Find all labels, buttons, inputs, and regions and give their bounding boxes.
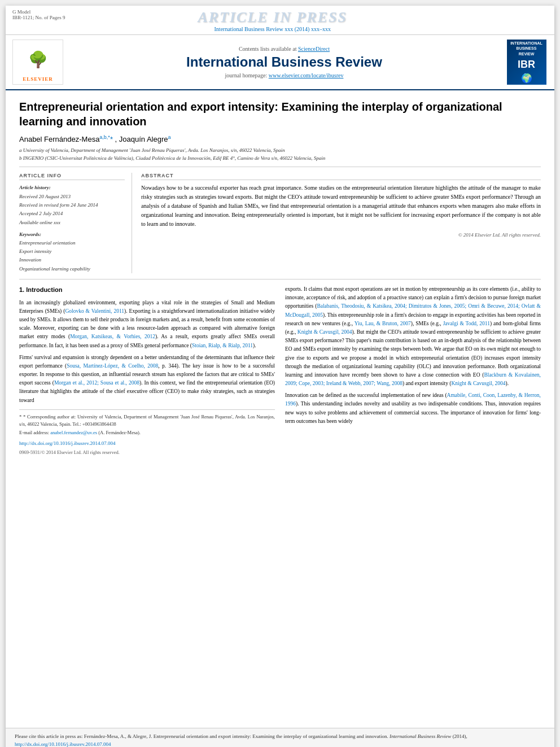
sciencedirect-link[interactable]: ScienceDirect <box>298 46 330 52</box>
accepted-date: Accepted 2 July 2014 <box>19 209 125 218</box>
ref-golovko[interactable]: Golovko & Valentini, 2011 <box>65 308 124 314</box>
kw2: Export intensity <box>19 247 125 256</box>
abstract-copyright: © 2014 Elsevier Ltd. All rights reserved… <box>141 232 541 238</box>
article-info-label: ARTICLE INFO <box>19 173 125 180</box>
doi-link[interactable]: http://dx.doi.org/10.1016/j.ibusrev.2014… <box>19 440 116 446</box>
body-col2-p2: Innovation can be defined as the success… <box>285 391 541 426</box>
ref-knight2[interactable]: Knight & Cavusgil, 2004 <box>451 381 505 386</box>
keywords-list: Entrepreneurial orientation Export inten… <box>19 239 125 273</box>
article-info-col: ARTICLE INFO Article history: Received 2… <box>19 173 132 273</box>
section1-heading: 1. Introduction <box>19 285 275 295</box>
journal-header: 🌳 ELSEVIER Contents lists available at S… <box>6 35 554 90</box>
ref-knight[interactable]: Knight & Cavusgil, 2004 <box>298 329 352 335</box>
ref-sousa[interactable]: Sousa, Martínez-López, & Coelho, 2008 <box>67 363 158 369</box>
ibr-globe-icon: 🌍 <box>521 73 532 84</box>
citation-text: Please cite this article in press as: Fe… <box>15 733 467 739</box>
ref-yiu[interactable]: Yiu, Lau, & Bruton, 2007 <box>355 321 411 326</box>
journal-issue-link[interactable]: International Business Review xxx (2014)… <box>215 26 331 32</box>
model-info: G Model IBR-1121; No. of Pages 9 <box>12 9 65 20</box>
elsevier-logo: 🌳 ELSEVIER <box>12 40 63 85</box>
elsevier-text: ELSEVIER <box>23 76 53 82</box>
author2-sup: a <box>168 134 171 140</box>
ref-stoian[interactable]: Stoian, Rialp, & Rialp, 2011 <box>192 343 253 348</box>
ref-javalgi[interactable]: Javalgi & Todd, 2011 <box>443 321 490 326</box>
footnotes: * * Corresponding author at: University … <box>19 409 275 456</box>
footnote-email-link[interactable]: anabel.fernandez@uv.es <box>50 430 97 435</box>
footnote-star-symbol: * <box>19 414 23 420</box>
elsevier-tree-icon: 🌳 <box>28 50 48 69</box>
abstract-col: ABSTRACT Nowadays how to be a successful… <box>141 173 541 273</box>
top-bar: G Model IBR-1121; No. of Pages 9 ARTICLE… <box>6 6 554 35</box>
keywords-label: Keywords: <box>19 231 125 237</box>
kw1: Entrepreneurial orientation <box>19 239 125 247</box>
article-in-press-label: ARTICLE IN PRESS <box>65 9 480 26</box>
abstract-text: Nowadays how to be a successful exporter… <box>141 184 541 229</box>
available-date: Available online xxx <box>19 219 125 227</box>
body-col-left: 1. Introduction In an increasingly globa… <box>19 285 275 456</box>
author2-name: , Joaquín Alegre <box>115 135 168 143</box>
journal-homepage: journal homepage: www.elsevier.com/locat… <box>225 72 344 78</box>
doi-line: http://dx.doi.org/10.1016/j.ibusrev.2014… <box>19 440 275 448</box>
body-col1-p2: Firms' survival and expansion is strongl… <box>19 353 275 405</box>
info-abstract-row: ARTICLE INFO Article history: Received 2… <box>19 173 541 273</box>
ibr-logo-text: INTERNATIONAL BUSINESS REVIEW <box>510 41 542 56</box>
journal-title-block: Contents lists available at ScienceDirec… <box>69 40 500 85</box>
footnote-email: E-mail address: anabel.fernandez@uv.es (… <box>19 429 275 436</box>
citation-bar: Please cite this article in press as: Fe… <box>6 728 554 747</box>
doi-copyright: 0969-5931/© 2014 Elsevier Ltd. All right… <box>19 449 275 456</box>
affil2: b INGENIO (CSIC-Universitat Politècnica … <box>19 155 541 163</box>
citation-doi-link[interactable]: http://dx.doi.org/10.1016/j.ibusrev.2014… <box>15 741 111 747</box>
footnote-star: * * Corresponding author at: University … <box>19 413 275 428</box>
ibr-abbr: IBR <box>518 59 535 71</box>
body-col-right: exports. It claims that most export oper… <box>285 285 541 456</box>
journal-main-title: International Business Review <box>186 54 382 70</box>
kw3: Innovation <box>19 256 125 264</box>
ref-morgan[interactable]: Morgan, Katsikeas, & Vorhies, 2012 <box>70 334 155 339</box>
article-history: Article history: Received 20 August 2013… <box>19 184 125 226</box>
ref-balabanis[interactable]: Balabanis, Theodosiu, & Katsikea, 2004; … <box>285 303 541 317</box>
affil1: a University of Valencia, Department of … <box>19 147 541 155</box>
history-label: Article history: <box>19 184 125 192</box>
ref-morgan2[interactable]: Morgan et al., 2012; Sousa et al., 2008 <box>54 380 139 386</box>
abstract-label: ABSTRACT <box>141 173 541 180</box>
affiliations: a University of Valencia, Department of … <box>19 147 541 167</box>
contents-line: Contents lists available at ScienceDirec… <box>239 46 330 52</box>
body-col1-p1: In an increasingly globalized environmen… <box>19 299 275 350</box>
body-col2-p1: exports. It claims that most export oper… <box>285 285 541 388</box>
author1-sup: a,b,* <box>99 134 110 140</box>
authors-line: Anabel Fernández-Mesaa,b,** , Joaquín Al… <box>19 134 541 143</box>
ref-amabile[interactable]: Amabile, Conti, Coon, Lazenby, & Herron,… <box>285 392 541 407</box>
section-divider <box>19 279 541 279</box>
body-columns: 1. Introduction In an increasingly globa… <box>19 285 541 456</box>
ibr-logo-box: INTERNATIONAL BUSINESS REVIEW IBR 🌍 <box>507 40 546 85</box>
author1-name: Anabel Fernández-Mesa <box>19 135 99 143</box>
kw4: Organizational learning capability <box>19 265 125 273</box>
revised-date: Received in revised form 24 June 2014 <box>19 201 125 209</box>
article-title: Entrepreneurial orientation and export i… <box>19 99 541 129</box>
article-in-press-header: ARTICLE IN PRESS International Business … <box>65 9 480 32</box>
ibr-logo: INTERNATIONAL BUSINESS REVIEW IBR 🌍 <box>505 40 548 85</box>
page: G Model IBR-1121; No. of Pages 9 ARTICLE… <box>6 6 554 747</box>
article-content: Entrepreneurial orientation and export i… <box>6 90 554 728</box>
homepage-url[interactable]: www.elsevier.com/locate/ibusrev <box>269 72 344 78</box>
received-date: Received 20 August 2013 <box>19 193 125 201</box>
